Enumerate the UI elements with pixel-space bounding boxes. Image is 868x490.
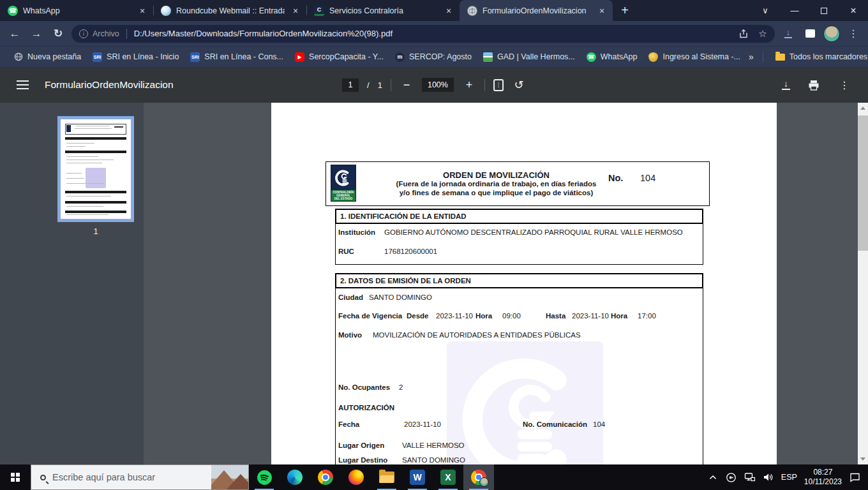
new-tab-button[interactable]: + — [615, 1, 634, 20]
hora2-label: Hora — [611, 312, 627, 320]
taskbar-spotify[interactable] — [249, 464, 280, 490]
globe-icon — [13, 52, 23, 62]
pdf-menu-icon[interactable] — [14, 78, 31, 91]
hora2-value: 17:00 — [638, 312, 656, 320]
back-icon[interactable]: ← — [4, 24, 26, 44]
gad-site-icon — [483, 52, 493, 62]
share-icon[interactable] — [734, 26, 753, 42]
vigencia-label: Fecha de Vigencia — [338, 312, 402, 320]
destino-value: SANTO DOMINGO — [402, 456, 465, 464]
search-input[interactable] — [52, 472, 190, 482]
tab-close-icon[interactable]: × — [443, 5, 454, 17]
zoom-out-icon[interactable]: − — [400, 78, 414, 92]
bookmark-ingreso-al-sistema[interactable]: Ingreso al Sistema -... — [643, 50, 746, 64]
bookmark-gad-valle-hermoso[interactable]: GAD | Valle Hermos... — [477, 50, 581, 64]
language-indicator[interactable]: ESP — [781, 473, 797, 482]
pdf-download-icon[interactable]: ↓ — [782, 80, 790, 90]
desde-label: Desde — [407, 312, 429, 320]
side-panel-icon[interactable] — [799, 24, 821, 44]
tab-close-icon[interactable]: × — [596, 5, 608, 17]
bookmark-sercop-agosto[interactable]: m SERCOP: Agosto — [389, 50, 477, 64]
tab-formulario-active[interactable]: FormularioOrdenMovilizacion × — [460, 0, 613, 21]
ciudad-value: SANTO DOMINGO — [369, 293, 432, 301]
volume-icon[interactable] — [763, 471, 774, 483]
pdf-document-title: FormularioOrdenMovilizacion — [45, 79, 174, 91]
window-controls: ∨ — × — [751, 0, 868, 21]
taskbar-search[interactable] — [31, 464, 249, 490]
zoom-level-input[interactable]: 100% — [422, 78, 454, 92]
meet-now-icon[interactable] — [726, 471, 737, 483]
network-icon[interactable] — [744, 471, 756, 483]
profile-avatar[interactable] — [821, 24, 842, 44]
doc-no-value: 104 — [640, 173, 655, 183]
taskbar-chrome-active-window[interactable] — [463, 464, 494, 490]
tab-close-icon[interactable]: × — [290, 5, 301, 17]
bookmark-whatsapp[interactable]: ☎ WhatsApp — [581, 50, 643, 64]
url-scheme-label: Archivo — [93, 29, 119, 38]
tab-search-chevron-icon[interactable]: ∨ — [751, 0, 780, 21]
doc-title: ORDEN DE MOVILIZACIÓN — [361, 170, 632, 180]
scroll-up-arrow[interactable] — [860, 107, 865, 110]
forward-icon[interactable]: → — [26, 24, 47, 44]
browser-menu-icon[interactable]: ⋮ — [842, 24, 864, 44]
desde-value: 2023-11-10 — [436, 312, 473, 320]
restore-button[interactable] — [809, 0, 839, 21]
taskbar-word[interactable]: W — [402, 464, 433, 490]
page-number-input[interactable]: 1 — [342, 78, 359, 92]
zoom-in-icon[interactable]: + — [462, 78, 476, 92]
close-window-button[interactable]: × — [839, 0, 868, 21]
section2-box — [335, 273, 703, 464]
reload-icon[interactable]: ↻ — [47, 24, 69, 44]
hora1-value: 09:00 — [502, 312, 521, 320]
address-bar[interactable]: i Archivo D:/Users/Master/Downloads/Form… — [71, 25, 775, 43]
bookmark-nueva-pestana[interactable]: Nueva pestaña — [8, 50, 87, 64]
browser-tab-strip: ☎ WhatsApp × Roundcube Webmail :: Entrad… — [0, 0, 868, 21]
taskbar-firefox[interactable] — [341, 464, 371, 490]
tab-roundcube[interactable]: Roundcube Webmail :: Entrada × — [153, 0, 306, 21]
bookmark-sri-inicio[interactable]: SRI SRI en Línea - Inicio — [87, 50, 184, 64]
taskbar-chrome[interactable] — [310, 464, 341, 490]
bookmark-sercopcapacita[interactable]: ▶ SercopCapacita - Y... — [289, 50, 389, 64]
pdf-page: CONTRALORÍA GENERAL DEL ESTADO ORDEN DE … — [271, 103, 777, 464]
hidden-icons-chevron[interactable] — [707, 471, 719, 483]
vertical-scrollbar[interactable] — [858, 103, 868, 464]
sercop-icon: m — [395, 52, 405, 62]
cge-favicon: C — [314, 6, 324, 16]
action-center-icon[interactable] — [849, 471, 860, 483]
divider — [126, 29, 127, 39]
start-button[interactable] — [0, 464, 31, 490]
search-daily-image[interactable] — [211, 465, 248, 489]
pdf-toolbar: FormularioOrdenMovilizacion 1 / 1 − 100%… — [0, 67, 868, 103]
bookmark-label: Ingreso al Sistema -... — [662, 52, 740, 61]
tab-whatsapp[interactable]: ☎ WhatsApp × — [0, 0, 153, 21]
minimize-button[interactable]: — — [780, 0, 809, 21]
divider — [763, 51, 763, 63]
page-info-icon[interactable]: i — [79, 29, 88, 38]
scrollbar-thumb[interactable] — [858, 115, 868, 251]
tab-servicios-contraloria[interactable]: C Servicios Contraloría × — [306, 0, 460, 21]
divider — [484, 79, 485, 91]
all-bookmarks-button[interactable]: Todos los marcadores — [770, 50, 868, 63]
comunicacion-label: No. Comunicación — [523, 420, 587, 428]
bookmark-sri-consultas[interactable]: SRI SRI en Línea - Cons... — [184, 50, 289, 64]
url-text[interactable]: D:/Users/Master/Downloads/FormularioOrde… — [134, 29, 734, 38]
hasta-label: Hasta — [546, 312, 565, 320]
bookmarks-overflow-chevron[interactable]: » — [746, 52, 756, 62]
taskbar-edge[interactable] — [280, 464, 310, 490]
tab-close-icon[interactable]: × — [137, 5, 148, 17]
taskbar-clock[interactable]: 08:27 10/11/2023 — [804, 468, 842, 487]
bookmark-star-icon[interactable]: ☆ — [753, 26, 772, 42]
taskbar-excel[interactable]: X — [433, 464, 463, 490]
pdf-print-icon[interactable] — [808, 80, 819, 91]
doc-subtitle-line2: y/o fines de semana o que implique el pa… — [348, 189, 645, 197]
page-thumbnail[interactable] — [57, 116, 134, 222]
motivo-value: MOVILIZACIÓN DE AUTORIDADES A ENTIDADES … — [373, 331, 581, 339]
taskbar-file-explorer[interactable] — [371, 464, 402, 490]
divider — [391, 79, 391, 91]
fit-to-page-icon[interactable]: ⋮ — [493, 79, 504, 91]
downloads-icon[interactable]: ↓ — [777, 24, 799, 44]
pdf-more-options-icon[interactable]: ⋮ — [837, 78, 851, 92]
scroll-down-arrow[interactable] — [860, 457, 865, 461]
windows-taskbar: W X ESP 08:27 10/11/2023 — [0, 464, 868, 490]
rotate-icon[interactable]: ↺ — [512, 78, 526, 92]
